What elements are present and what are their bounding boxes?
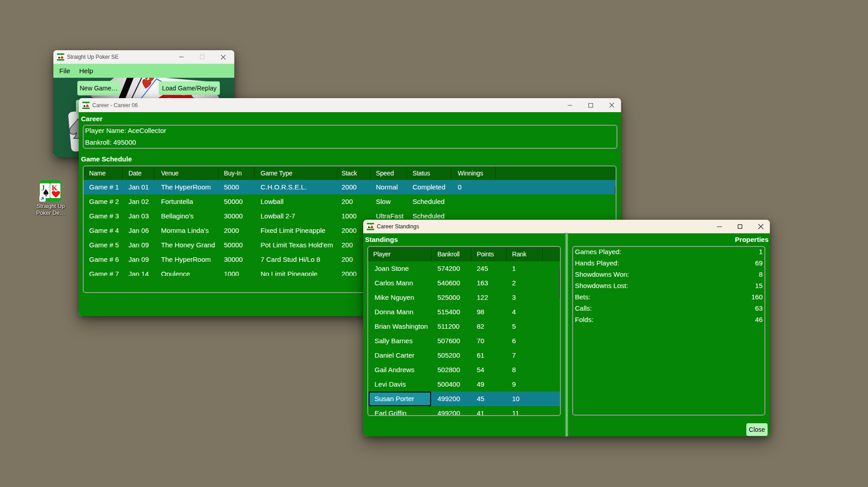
svg-text:K: K bbox=[52, 184, 58, 192]
svg-text:J: J bbox=[42, 184, 45, 192]
